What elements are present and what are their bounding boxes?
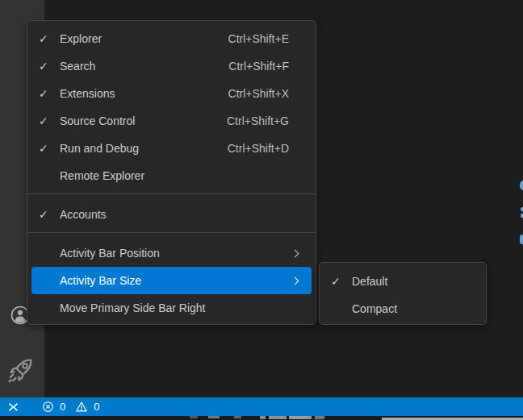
checkmark-icon: ✓ (39, 114, 53, 127)
checkmark-icon: ✓ (331, 275, 345, 288)
menu-item-label: Activity Bar Position (60, 247, 160, 260)
warning-count: 0 (94, 401, 99, 413)
status-bar: 0 0 (0, 397, 523, 416)
menu-item-label: Default (352, 275, 387, 288)
menu-item-label: Extensions (60, 87, 115, 100)
submenu-arrow-icon (291, 249, 299, 257)
clipped-code-fragment (520, 181, 523, 190)
menu-separator (27, 193, 316, 194)
menu-item-remote-explorer[interactable]: Remote Explorer (31, 162, 312, 189)
menu-item-label: Remote Explorer (60, 169, 144, 182)
checkmark-icon: ✓ (39, 60, 53, 73)
menu-item-label: Compact (352, 302, 397, 315)
remote-indicator[interactable] (0, 397, 26, 416)
menu-item-label: Search (60, 60, 95, 73)
remote-icon (6, 401, 21, 414)
menu-item-activity-bar-position[interactable]: Activity Bar Position (31, 239, 312, 267)
clipped-text-artifact (289, 416, 312, 419)
submenu-arrow-icon (291, 277, 299, 285)
menu-separator (27, 232, 316, 233)
checkmark-icon: ✓ (39, 208, 53, 221)
error-count: 0 (60, 401, 65, 413)
clipped-text-artifact (269, 416, 287, 419)
menu-item-shortcut: Ctrl+Shift+G (227, 114, 303, 127)
clipped-text-artifact (260, 416, 266, 419)
checkmark-icon: ✓ (39, 87, 53, 100)
menu-item-shortcut: Ctrl+Shift+D (228, 142, 303, 155)
menu-item-default[interactable]: ✓Default (324, 268, 482, 295)
menu-item-activity-bar-size[interactable]: Activity Bar Size (31, 267, 312, 294)
clipped-text-artifact (208, 416, 220, 418)
activity-bar-size-submenu: ✓DefaultCompact (319, 262, 487, 325)
menu-item-label: Move Primary Side Bar Right (60, 301, 206, 314)
clipped-text-artifact (315, 416, 324, 419)
view-context-menu: ✓ExplorerCtrl+Shift+E✓SearchCtrl+Shift+F… (27, 20, 316, 325)
rocket-icon[interactable] (7, 356, 35, 384)
clipped-text-artifact (190, 416, 198, 418)
errors-icon (42, 401, 54, 413)
checkmark-icon: ✓ (39, 142, 53, 155)
problems-status[interactable]: 0 0 (37, 397, 111, 416)
menu-item-explorer[interactable]: ✓ExplorerCtrl+Shift+E (31, 25, 312, 52)
menu-item-move-primary-side-bar-right[interactable]: Move Primary Side Bar Right (31, 294, 312, 322)
menu-item-run-and-debug[interactable]: ✓Run and DebugCtrl+Shift+D (31, 135, 312, 162)
menu-item-accounts[interactable]: ✓Accounts (31, 201, 312, 228)
menu-item-shortcut: Ctrl+Shift+E (228, 32, 303, 45)
menu-item-label: Activity Bar Size (60, 274, 141, 287)
menu-item-shortcut: Ctrl+Shift+F (228, 60, 303, 73)
menu-item-label: Source Control (60, 114, 135, 127)
menu-item-extensions[interactable]: ✓ExtensionsCtrl+Shift+X (31, 80, 312, 107)
menu-item-compact[interactable]: Compact (324, 295, 482, 322)
clipped-text-artifact (234, 416, 241, 418)
checkmark-icon: ✓ (39, 32, 53, 45)
menu-item-shortcut: Ctrl+Shift+X (228, 87, 303, 100)
menu-item-label: Explorer (60, 32, 102, 45)
vscode-window: ✓ExplorerCtrl+Shift+E✓SearchCtrl+Shift+F… (0, 0, 523, 420)
clipped-bottom-strip (0, 416, 523, 420)
clipped-code-fragment (520, 235, 523, 244)
warnings-icon (75, 401, 88, 413)
menu-item-search[interactable]: ✓SearchCtrl+Shift+F (31, 52, 312, 80)
menu-item-label: Accounts (60, 208, 107, 221)
menu-item-label: Run and Debug (60, 142, 139, 155)
menu-item-source-control[interactable]: ✓Source ControlCtrl+Shift+G (31, 107, 312, 135)
